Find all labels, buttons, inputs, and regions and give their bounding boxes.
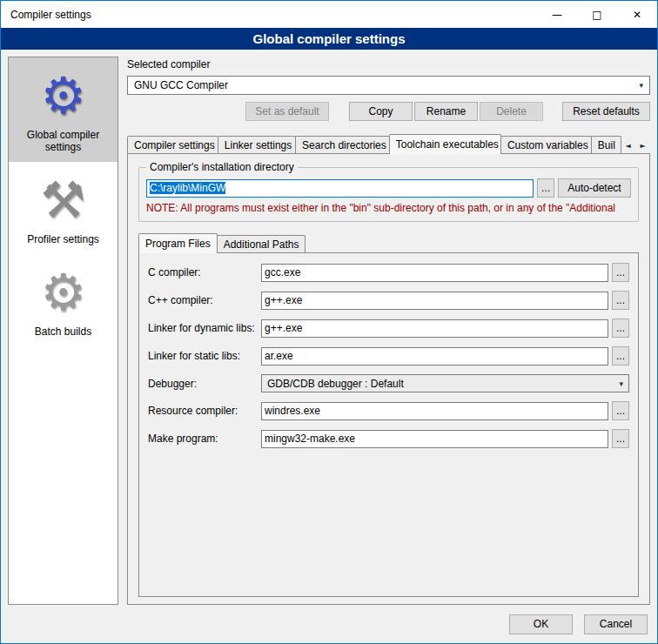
sidebar-item-label: Profiler settings <box>27 233 99 245</box>
minimize-icon: — <box>552 9 562 21</box>
static-linker-input[interactable] <box>261 347 608 366</box>
window-title: Compiler settings <box>1 9 91 21</box>
installation-directory-group: Compiler's installation directory C:\ray… <box>138 161 639 222</box>
debugger-row: Debugger: GDB/CDB debugger : Default ▾ <box>148 374 629 392</box>
cancel-button[interactable]: Cancel <box>584 614 648 634</box>
program-files-panel: C compiler: ... C++ compiler: ... Linker… <box>138 252 639 597</box>
selected-compiler-dropdown[interactable]: GNU GCC Compiler ▾ <box>127 76 650 95</box>
tab-search-directories[interactable]: Search directories <box>295 136 390 153</box>
reset-defaults-button[interactable]: Reset defaults <box>562 102 650 121</box>
settings-sidebar: ⚙ Global compiler settings ⚒ Profiler se… <box>8 57 118 605</box>
delete-button: Delete <box>480 102 543 121</box>
tab-scroll-arrows: ◄ ► <box>621 138 650 153</box>
tab-scroll-right-icon[interactable]: ► <box>635 138 650 153</box>
debugger-dropdown[interactable]: GDB/CDB debugger : Default ▾ <box>261 374 629 392</box>
resource-compiler-row: Resource compiler: ... <box>148 401 629 420</box>
compiler-actions: Set as default Copy Rename Delete Reset … <box>127 102 650 121</box>
selected-compiler-label: Selected compiler <box>127 58 650 70</box>
close-button[interactable]: ✕ <box>617 1 657 28</box>
c-compiler-browse-button[interactable]: ... <box>612 263 629 282</box>
minimize-button[interactable]: — <box>537 1 577 28</box>
make-program-label: Make program: <box>148 433 261 445</box>
maximize-icon: □ <box>592 9 601 21</box>
compiler-settings-window: Compiler settings — □ ✕ Global compiler … <box>0 0 658 644</box>
toolchain-executables-panel: Compiler's installation directory C:\ray… <box>127 153 650 605</box>
sidebar-item-batch-builds[interactable]: ⚙ Batch builds <box>9 254 118 346</box>
settings-tabstrip: Compiler settings Linker settings Search… <box>127 133 650 153</box>
resource-compiler-label: Resource compiler: <box>148 405 261 417</box>
static-linker-browse-button[interactable]: ... <box>612 346 629 366</box>
chevron-down-icon: ▾ <box>619 379 623 388</box>
gear-gray-icon: ⚙ <box>41 265 86 320</box>
cpp-compiler-input[interactable] <box>261 292 608 310</box>
browse-directory-button[interactable]: ... <box>537 178 554 198</box>
cpp-compiler-row: C++ compiler: ... <box>148 291 629 310</box>
copy-button[interactable]: Copy <box>349 102 413 121</box>
window-controls: — □ ✕ <box>537 1 657 28</box>
dynamic-linker-input[interactable] <box>261 319 608 338</box>
debugger-value: GDB/CDB debugger : Default <box>267 378 404 390</box>
page-title: Global compiler settings <box>1 28 657 50</box>
rename-button[interactable]: Rename <box>414 102 478 121</box>
bin-subdirectory-note: NOTE: All programs must exist either in … <box>146 202 631 214</box>
cpp-compiler-browse-button[interactable]: ... <box>612 291 629 310</box>
make-program-row: Make program: ... <box>148 429 629 448</box>
sidebar-item-global-compiler-settings[interactable]: ⚙ Global compiler settings <box>9 57 118 162</box>
static-linker-row: Linker for static libs: ... <box>148 346 629 366</box>
tab-custom-variables[interactable]: Custom variables <box>500 136 592 153</box>
make-program-browse-button[interactable]: ... <box>612 429 629 448</box>
auto-detect-button[interactable]: Auto-detect <box>558 178 631 198</box>
maximize-button[interactable]: □ <box>577 1 617 28</box>
debugger-label: Debugger: <box>148 378 261 390</box>
program-files-tabstrip: Program Files Additional Paths <box>138 232 639 252</box>
installation-directory-row: C:\raylib\MinGW ... Auto-detect <box>146 178 631 198</box>
tab-toolchain-executables[interactable]: Toolchain executables <box>389 134 501 154</box>
selected-compiler-value: GNU GCC Compiler <box>134 79 228 91</box>
dialog-footer: OK Cancel <box>1 605 657 643</box>
profiler-tool-icon: ⚒ <box>41 172 86 228</box>
c-compiler-row: C compiler: ... <box>148 263 629 282</box>
installation-directory-label: Compiler's installation directory <box>146 161 298 173</box>
subtab-additional-paths[interactable]: Additional Paths <box>217 235 306 252</box>
resource-compiler-browse-button[interactable]: ... <box>612 401 629 420</box>
dynamic-linker-row: Linker for dynamic libs: ... <box>148 319 629 338</box>
chevron-down-icon: ▾ <box>639 81 643 90</box>
cpp-compiler-label: C++ compiler: <box>148 294 261 306</box>
c-compiler-label: C compiler: <box>148 266 261 278</box>
dynamic-linker-browse-button[interactable]: ... <box>612 319 629 338</box>
ok-button[interactable]: OK <box>509 614 573 634</box>
make-program-input[interactable] <box>261 430 608 448</box>
c-compiler-input[interactable] <box>261 264 608 282</box>
set-as-default-button: Set as default <box>245 102 329 121</box>
dialog-body: ⚙ Global compiler settings ⚒ Profiler se… <box>1 50 657 605</box>
resource-compiler-input[interactable] <box>261 402 608 420</box>
subtab-program-files[interactable]: Program Files <box>138 233 218 253</box>
tab-scroll-left-icon[interactable]: ◄ <box>621 138 635 153</box>
sidebar-item-label: Batch builds <box>35 325 91 338</box>
titlebar: Compiler settings — □ ✕ <box>1 1 657 28</box>
tab-build-options[interactable]: Buil <box>591 136 621 153</box>
installation-directory-input[interactable]: C:\raylib\MinGW <box>146 179 534 198</box>
main-panel: Selected compiler GNU GCC Compiler ▾ Set… <box>127 57 650 605</box>
dynamic-linker-label: Linker for dynamic libs: <box>148 322 261 334</box>
close-icon: ✕ <box>633 9 641 21</box>
sidebar-item-profiler-settings[interactable]: ⚒ Profiler settings <box>9 162 118 254</box>
static-linker-label: Linker for static libs: <box>148 350 261 362</box>
tab-linker-settings[interactable]: Linker settings <box>218 136 296 153</box>
installation-directory-value: C:\raylib\MinGW <box>150 182 225 194</box>
sidebar-item-label: Global compiler settings <box>12 129 114 153</box>
tab-compiler-settings[interactable]: Compiler settings <box>127 136 218 153</box>
gear-blue-icon: ⚙ <box>41 68 86 124</box>
